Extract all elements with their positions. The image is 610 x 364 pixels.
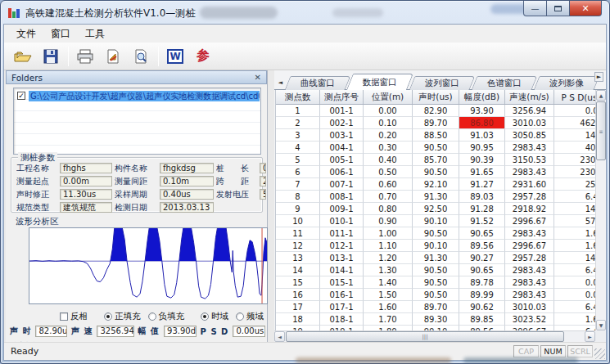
- table-cell[interactable]: 90.50: [413, 227, 459, 240]
- vertical-scrollbar[interactable]: ▲ ≡ ▼: [595, 90, 606, 330]
- tab-scroll-left-button[interactable]: ◄: [276, 78, 285, 88]
- table-cell[interactable]: 2983.43: [505, 289, 554, 301]
- readout-value[interactable]: 0.00us^2/m: [233, 326, 265, 337]
- table-cell[interactable]: 2: [276, 117, 320, 129]
- close-button[interactable]: ✕: [569, 1, 602, 16]
- table-cell[interactable]: 85.70: [413, 154, 459, 166]
- table-cell[interactable]: 17: [276, 301, 320, 313]
- table-cell[interactable]: 89.03: [459, 191, 505, 203]
- table-cell[interactable]: 230.6: [554, 166, 595, 178]
- table-cell[interactable]: 0.00: [554, 276, 595, 289]
- param-value[interactable]: 0.00m: [60, 176, 112, 186]
- word-export-button[interactable]: W: [163, 45, 188, 67]
- table-cell[interactable]: 90.50: [413, 276, 459, 289]
- table-cell[interactable]: 92.50: [413, 203, 459, 215]
- table-cell[interactable]: 1.60: [554, 240, 595, 252]
- param-value[interactable]: 500V: [260, 189, 266, 200]
- table-cell[interactable]: 89.85: [459, 313, 505, 326]
- table-row[interactable]: 2002-10.1089.7086.803010.03462.4: [276, 117, 595, 129]
- param-value[interactable]: fhgkdsg: [160, 163, 214, 173]
- table-cell[interactable]: 017-1: [320, 301, 364, 313]
- table-cell[interactable]: 90.65: [459, 264, 505, 276]
- parameters-button[interactable]: 参: [191, 45, 215, 67]
- table-cell[interactable]: 3150.53: [505, 154, 554, 166]
- table-cell[interactable]: 18: [276, 313, 320, 326]
- table-cell[interactable]: 3050.85: [505, 129, 554, 142]
- waveform-plot[interactable]: [29, 227, 268, 304]
- horizontal-scrollbar[interactable]: ◄ ||| ►: [274, 330, 595, 342]
- table-cell[interactable]: 1.30: [364, 264, 413, 276]
- param-value[interactable]: 0.10m: [160, 176, 214, 186]
- table-cell[interactable]: 2931.60: [505, 178, 554, 191]
- table-cell[interactable]: 016-1: [320, 289, 364, 301]
- table-cell[interactable]: 90.27: [459, 252, 505, 264]
- table-cell[interactable]: 0.00: [554, 289, 595, 301]
- table-row[interactable]: 6006-10.5090.5091.652983.43230.6: [276, 166, 595, 178]
- param-value[interactable]: 11.30us: [60, 189, 112, 200]
- table-row[interactable]: 18018-11.7089.3089.853023.521.60: [276, 313, 595, 326]
- table-cell[interactable]: 001-1: [320, 105, 364, 117]
- table-cell[interactable]: 88.50: [413, 129, 459, 142]
- maximize-button[interactable]: [547, 1, 569, 16]
- fill-negative-radio[interactable]: 负填充: [148, 311, 185, 322]
- table-cell[interactable]: 2996.67: [505, 215, 554, 227]
- table-cell[interactable]: 003-1: [320, 129, 364, 142]
- table-cell[interactable]: 89.70: [413, 301, 459, 313]
- param-value[interactable]: 建筑规范: [60, 202, 112, 213]
- scroll-left-button[interactable]: ◄: [274, 331, 285, 342]
- table-cell[interactable]: 014-1: [320, 264, 364, 276]
- scroll-up-button[interactable]: ▲: [596, 90, 606, 101]
- print-preview-button[interactable]: [129, 45, 153, 67]
- table-cell[interactable]: 91.27: [459, 178, 505, 191]
- table-cell[interactable]: 6.40: [554, 191, 595, 203]
- table-cell[interactable]: 6: [276, 166, 320, 178]
- table-cell[interactable]: 3023.52: [505, 313, 554, 326]
- vscroll-thumb[interactable]: ≡: [596, 101, 606, 160]
- param-value[interactable]: 0.00m: [260, 163, 266, 173]
- column-header[interactable]: 测点序号: [320, 90, 364, 104]
- table-cell[interactable]: 007-1: [320, 178, 364, 191]
- table-cell[interactable]: 90.39: [459, 154, 505, 166]
- table-cell[interactable]: 015-1: [320, 276, 364, 289]
- scroll-down-button[interactable]: ▼: [596, 320, 606, 330]
- table-row[interactable]: 1001-10.0082.9093.903256.940.00: [276, 105, 595, 117]
- table-cell[interactable]: 91.03: [459, 129, 505, 142]
- param-value[interactable]: fhghs: [60, 163, 112, 173]
- column-header[interactable]: 位置(m): [364, 90, 413, 104]
- table-cell[interactable]: 14.4: [554, 252, 595, 264]
- table-cell[interactable]: 2983.43: [505, 227, 554, 240]
- table-cell[interactable]: 002-1: [320, 117, 364, 129]
- table-cell[interactable]: 6.40: [554, 264, 595, 276]
- table-cell[interactable]: 90.10: [413, 215, 459, 227]
- table-cell[interactable]: 92.10: [413, 178, 459, 191]
- table-cell[interactable]: 90.95: [459, 142, 505, 154]
- table-cell[interactable]: 1.20: [364, 252, 413, 264]
- scroll-right-button[interactable]: ►: [585, 331, 595, 342]
- table-cell[interactable]: 90.50: [413, 142, 459, 154]
- param-value[interactable]: 270mm: [260, 176, 266, 186]
- table-cell[interactable]: 3010.03: [505, 117, 554, 129]
- table-row[interactable]: 12012-11.1090.1089.562996.671.60: [276, 240, 595, 252]
- table-cell[interactable]: 012-1: [320, 240, 364, 252]
- table-row[interactable]: 4004-10.3090.5090.952983.4340.0: [276, 142, 595, 154]
- tab-scroll-right-button[interactable]: ►: [594, 72, 603, 82]
- table-cell[interactable]: 0.90: [364, 215, 413, 227]
- table-cell[interactable]: 0.00: [554, 105, 595, 117]
- table-cell[interactable]: 008-1: [320, 191, 364, 203]
- table-cell[interactable]: 4: [276, 142, 320, 154]
- table-cell[interactable]: 86.80: [459, 117, 505, 129]
- menu-item[interactable]: 文件: [9, 25, 43, 43]
- table-cell[interactable]: 15: [276, 276, 320, 289]
- table-row[interactable]: 14014-11.3090.5090.652983.436.40: [276, 264, 595, 276]
- table-cell[interactable]: 89.56: [459, 240, 505, 252]
- table-cell[interactable]: 14.4: [554, 129, 595, 142]
- table-cell[interactable]: 0.20: [364, 129, 413, 142]
- table-cell[interactable]: 11: [276, 227, 320, 240]
- table-cell[interactable]: 14.4: [554, 203, 595, 215]
- table-cell[interactable]: 90.65: [459, 227, 505, 240]
- table-cell[interactable]: 40.0: [554, 142, 595, 154]
- tab[interactable]: 曲线窗口: [285, 76, 351, 90]
- table-cell[interactable]: 018-1: [320, 313, 364, 326]
- freq-domain-radio[interactable]: 频域: [236, 311, 264, 322]
- table-row[interactable]: 13013-11.2091.3090.272957.2814.4: [276, 252, 595, 264]
